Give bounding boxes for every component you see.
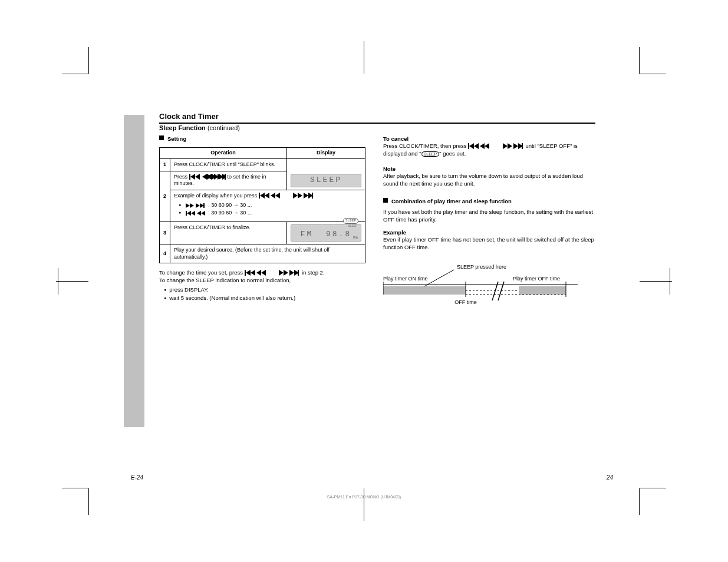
svg-marker-8 (207, 174, 212, 180)
lcd-sleep: SLEEP (291, 174, 361, 187)
svg-marker-31 (197, 211, 201, 216)
setting-title: Setting (167, 135, 186, 142)
crop-mark (640, 74, 666, 74)
svg-marker-35 (251, 270, 255, 276)
svg-marker-45 (474, 143, 479, 149)
cancel-a: Press CLOCK/TIMER, then press (383, 143, 468, 149)
section-setting: Setting (159, 135, 371, 143)
crop-mark (364, 488, 364, 521)
step-4-op: Play your desired source. (Before the se… (170, 244, 365, 263)
cancel-c: " goes out. (439, 150, 466, 157)
svg-marker-39 (284, 270, 288, 276)
svg-marker-37 (261, 270, 266, 276)
step2-text-a: Press (174, 174, 189, 180)
under-bullets: press DISPLAY. wait 5 seconds. (Normal i… (164, 286, 371, 302)
step-1: 1 (160, 159, 170, 171)
note-label: Note (383, 166, 396, 172)
svg-rect-42 (298, 270, 299, 276)
steps-table: Operation Display 1 Press CLOCK/TIMER un… (159, 147, 365, 263)
timeline-diagram: Play timer ON time Play timer OFF time S… (383, 258, 578, 323)
next-icons (293, 193, 314, 199)
square-bullet-icon (383, 198, 388, 203)
svg-marker-25 (196, 203, 200, 208)
svg-marker-36 (256, 270, 261, 276)
svg-marker-30 (191, 211, 195, 216)
svg-marker-24 (190, 203, 194, 208)
cancel-block: To cancel Press CLOCK/TIMER, then press (383, 135, 595, 157)
crop-mark (88, 47, 89, 74)
under1-a: To change the time you set, press (159, 269, 245, 276)
seq2-a: 30 90 60 (211, 210, 233, 216)
svg-marker-26 (200, 203, 204, 208)
seq1-a: 30 60 90 (211, 202, 233, 208)
crop-mark (670, 268, 670, 295)
step-2-op: Press (170, 171, 287, 190)
under-bullet-1: press DISPLAY. (164, 286, 371, 293)
step-2-example: Example of display when you press (170, 190, 365, 222)
lcd-fm-text: FM (301, 230, 314, 239)
svg-marker-19 (298, 193, 302, 199)
seq1-b: 30 ... (239, 202, 252, 208)
subtitle-bold: Sleep Function (159, 124, 207, 131)
svg-rect-13 (259, 193, 260, 199)
svg-rect-27 (203, 203, 205, 208)
crop-mark (56, 281, 88, 282)
svg-marker-34 (246, 270, 251, 276)
example-seq-1: : 30 60 90 → 30 ... (179, 202, 361, 209)
svg-rect-22 (312, 193, 313, 199)
svg-marker-2 (195, 174, 200, 180)
svg-marker-16 (271, 193, 275, 199)
svg-marker-14 (260, 193, 265, 199)
step-4: 4 (160, 244, 170, 263)
step-3-display: SLEEP SLEEP FM 98.8 MHz (287, 222, 365, 244)
crop-mark (62, 74, 88, 74)
svg-rect-55 (519, 286, 566, 295)
crop-mark (62, 488, 88, 488)
under-bullet-2: wait 5 seconds. (Normal indication will … (164, 295, 371, 302)
crop-mark (640, 488, 666, 488)
next-icons (503, 143, 524, 149)
svg-marker-46 (480, 143, 485, 149)
svg-marker-50 (513, 143, 518, 149)
square-bullet-icon (159, 135, 164, 140)
example-label: Example (383, 229, 406, 236)
step-3-op: Press CLOCK/TIMER to finalize. (170, 222, 287, 244)
svg-marker-32 (201, 211, 205, 216)
page-number-right: 24 (607, 474, 613, 481)
combo-text: If you have set both the play timer and … (383, 209, 595, 223)
svg-marker-9 (212, 174, 216, 180)
right-column: To cancel Press CLOCK/TIMER, then press (383, 135, 595, 325)
example-seq-2: : 30 90 60 → 30 ... (179, 210, 361, 217)
diag-play-on: Play timer ON time (383, 276, 428, 282)
next-icons (207, 174, 226, 180)
svg-marker-47 (485, 143, 489, 149)
imprint: SA-PM11 En P17-30 MONO (UJM0403) (327, 495, 401, 499)
section-bar (124, 115, 144, 427)
svg-marker-17 (275, 193, 280, 199)
svg-rect-54 (383, 286, 466, 295)
prev-next-icons (259, 193, 292, 199)
combo-title: Combination of play timer and sleep func… (391, 198, 512, 204)
diag-off-time: OFF time (454, 299, 477, 305)
svg-marker-23 (186, 203, 190, 208)
crop-mark (639, 488, 640, 515)
svg-marker-18 (293, 193, 298, 199)
crop-mark (58, 268, 58, 295)
step-2: 2 (160, 171, 170, 222)
svg-marker-49 (508, 143, 512, 149)
step-1-op: Press CLOCK/TIMER until "SLEEP" blinks. (170, 159, 287, 171)
example-block: Example Even if play timer OFF time has … (383, 229, 595, 251)
page-content: Clock and Timer Sleep Function (continue… (112, 85, 616, 474)
diag-sleep-pressed: SLEEP pressed here (457, 264, 506, 270)
svg-marker-29 (187, 211, 191, 216)
tiny-mhz: MHz (353, 236, 358, 240)
step2-ex-prefix: Example of display when you press (174, 193, 259, 199)
lcd-fm: SLEEP SLEEP FM 98.8 MHz (291, 224, 361, 242)
rev-icon (186, 211, 207, 216)
header-title: Clock and Timer (159, 112, 219, 121)
svg-line-63 (424, 270, 454, 286)
sleep-pill: SLEEP (421, 151, 440, 157)
subtitle-cont: (continued) (207, 124, 240, 131)
svg-marker-11 (222, 174, 226, 180)
next-icons (279, 270, 300, 276)
